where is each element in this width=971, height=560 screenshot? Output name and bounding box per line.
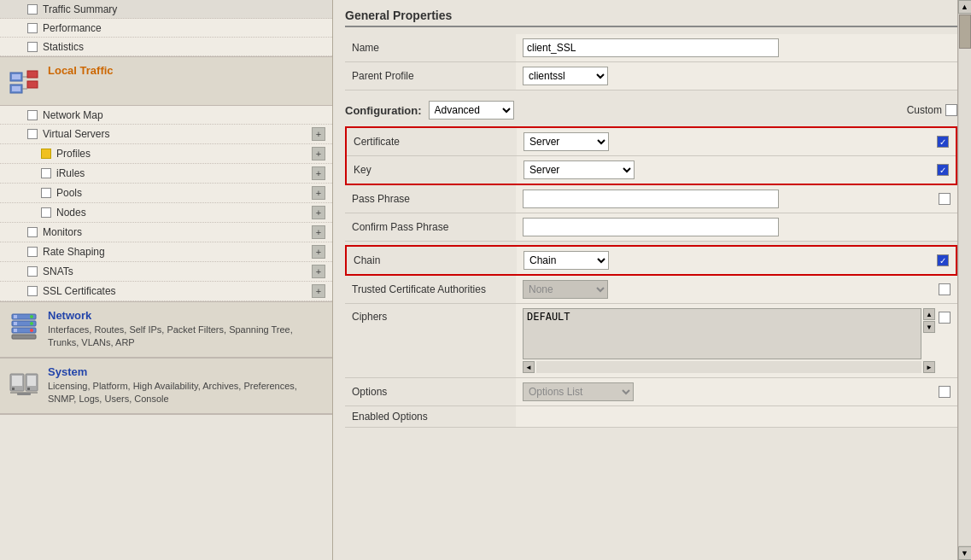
pass-phrase-row: Pass Phrase: [345, 185, 957, 213]
virtual-servers-label[interactable]: Virtual Servers: [43, 128, 109, 140]
monitors-label[interactable]: Monitors: [43, 226, 82, 238]
system-header: System Licensing, Platform, High Availab…: [0, 359, 332, 414]
pass-phrase-checkbox[interactable]: [939, 193, 951, 205]
cert-key-table: Certificate Server ✓ Key: [345, 126, 957, 185]
scrollbar-down-btn[interactable]: ▼: [958, 546, 972, 560]
network-title[interactable]: Network: [48, 309, 325, 322]
scrollbar-track[interactable]: [959, 15, 971, 545]
ciphers-label: Ciphers: [345, 304, 516, 378]
sidebar-item-statistics[interactable]: Statistics: [0, 38, 332, 56]
nodes-plus[interactable]: +: [312, 206, 325, 219]
ciphers-scroll-down[interactable]: ▼: [923, 321, 935, 333]
system-icon: [9, 367, 39, 398]
sidebar-item-irules[interactable]: iRules +: [0, 164, 332, 184]
custom-row: Custom: [907, 104, 957, 116]
trusted-ca-table: Trusted Certificate Authorities None: [345, 276, 957, 428]
local-traffic-title[interactable]: Local Traffic: [48, 64, 325, 77]
virtual-servers-plus[interactable]: +: [312, 127, 325, 141]
local-traffic-header: Local Traffic: [0, 57, 332, 106]
statistics-checkbox[interactable]: [27, 42, 38, 52]
enabled-options-label: Enabled Options: [345, 406, 516, 428]
pass-phrase-input[interactable]: [523, 190, 779, 208]
custom-checkbox[interactable]: [945, 104, 957, 116]
network-section-icon: [7, 309, 41, 343]
configuration-mode-select[interactable]: Advanced: [429, 101, 514, 120]
confirm-pass-phrase-input[interactable]: [523, 218, 779, 236]
performance-checkbox[interactable]: [27, 23, 38, 33]
svg-point-10: [30, 315, 33, 318]
system-desc: Licensing, Platform, High Availability, …: [48, 380, 325, 406]
profiles-label[interactable]: Profiles: [56, 148, 91, 160]
rate-shaping-plus[interactable]: +: [312, 245, 325, 259]
name-row: Name: [345, 34, 957, 62]
certificate-select[interactable]: Server: [524, 132, 609, 151]
pools-checkbox[interactable]: [41, 188, 51, 198]
scrollbar-up-btn[interactable]: ▲: [958, 0, 972, 14]
snats-label[interactable]: SNATs: [43, 265, 73, 277]
ciphers-scroll-left[interactable]: ◄: [523, 361, 535, 373]
pass-phrase-value-cell: [516, 185, 957, 213]
name-input[interactable]: [523, 38, 779, 57]
trusted-ca-checkbox[interactable]: [939, 283, 951, 295]
snats-plus[interactable]: +: [312, 265, 325, 278]
pools-plus[interactable]: +: [312, 186, 325, 200]
nodes-checkbox[interactable]: [41, 207, 51, 218]
rate-shaping-label[interactable]: Rate Shaping: [43, 246, 105, 258]
name-value-cell: [516, 34, 957, 62]
parent-profile-label: Parent Profile: [345, 62, 516, 90]
traffic-summary-label[interactable]: Traffic Summary: [43, 3, 117, 15]
sidebar-item-monitors[interactable]: Monitors +: [0, 223, 332, 242]
chain-select[interactable]: Chain: [524, 251, 609, 270]
trusted-ca-select[interactable]: None: [523, 280, 608, 299]
irules-label[interactable]: iRules: [56, 167, 85, 179]
monitors-checkbox[interactable]: [27, 227, 38, 237]
sidebar-item-performance[interactable]: Performance: [0, 19, 332, 38]
performance-label[interactable]: Performance: [43, 22, 102, 34]
system-content: System Licensing, Platform, High Availab…: [48, 365, 325, 406]
ssl-certs-checkbox[interactable]: [27, 286, 38, 296]
ssl-certs-plus[interactable]: +: [312, 284, 325, 298]
system-title[interactable]: System: [48, 365, 325, 378]
pools-label[interactable]: Pools: [56, 187, 82, 199]
nodes-label[interactable]: Nodes: [56, 207, 86, 219]
profiles-checkbox[interactable]: [41, 149, 51, 159]
virtual-servers-checkbox[interactable]: [27, 129, 38, 139]
sidebar-item-profiles[interactable]: Profiles +: [0, 144, 332, 164]
svg-rect-12: [14, 322, 17, 325]
irules-plus[interactable]: +: [312, 166, 325, 180]
confirm-pass-phrase-label: Confirm Pass Phrase: [345, 213, 516, 242]
general-properties-section: General Properties Name Parent Profile: [345, 9, 957, 90]
monitors-plus[interactable]: +: [312, 225, 325, 239]
parent-profile-select[interactable]: clientssl: [523, 67, 608, 85]
irules-checkbox[interactable]: [41, 168, 51, 178]
ssl-certs-label[interactable]: SSL Certificates: [43, 285, 116, 297]
certificate-row: Certificate Server ✓: [346, 127, 956, 156]
key-select[interactable]: Server: [524, 160, 635, 179]
ciphers-textarea[interactable]: DEFAULT: [523, 308, 921, 359]
rate-shaping-checkbox[interactable]: [27, 247, 38, 257]
scrollbar-thumb[interactable]: [959, 15, 971, 49]
network-map-checkbox[interactable]: [27, 110, 38, 120]
options-checkbox[interactable]: [939, 386, 951, 398]
sidebar-item-traffic-summary[interactable]: Traffic Summary: [0, 0, 332, 19]
snats-checkbox[interactable]: [27, 266, 38, 277]
sidebar-item-network-map[interactable]: Network Map: [0, 106, 332, 125]
certificate-checkbox[interactable]: ✓: [937, 136, 949, 148]
statistics-label[interactable]: Statistics: [43, 41, 84, 53]
key-checkbox[interactable]: ✓: [937, 164, 949, 176]
ciphers-scroll-up[interactable]: ▲: [923, 308, 935, 320]
svg-rect-1: [12, 74, 20, 79]
traffic-summary-checkbox[interactable]: [27, 4, 38, 15]
options-select[interactable]: Options List: [523, 382, 634, 401]
sidebar-item-pools[interactable]: Pools +: [0, 184, 332, 203]
sidebar-item-rate-shaping[interactable]: Rate Shaping +: [0, 242, 332, 262]
ciphers-scroll-right[interactable]: ►: [923, 361, 935, 373]
sidebar-item-nodes[interactable]: Nodes +: [0, 203, 332, 223]
sidebar-item-ssl-certificates[interactable]: SSL Certificates +: [0, 282, 332, 301]
sidebar-item-virtual-servers[interactable]: Virtual Servers +: [0, 125, 332, 144]
network-map-label[interactable]: Network Map: [43, 109, 103, 121]
profiles-plus[interactable]: +: [312, 147, 325, 160]
sidebar-item-snats[interactable]: SNATs +: [0, 262, 332, 282]
ciphers-checkbox[interactable]: [939, 312, 951, 324]
chain-checkbox[interactable]: ✓: [937, 254, 949, 266]
